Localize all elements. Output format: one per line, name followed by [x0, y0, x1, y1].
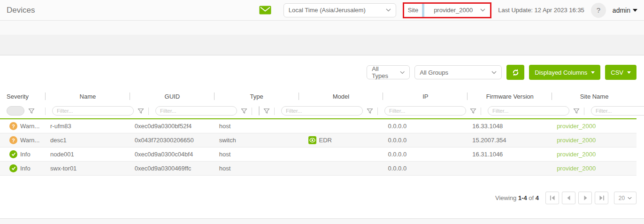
previous-page-icon	[567, 195, 571, 201]
info-check-icon	[9, 164, 17, 172]
info-check-icon	[9, 150, 17, 158]
user-menu[interactable]: admin	[613, 7, 637, 14]
column-header-model[interactable]: Model	[299, 89, 383, 103]
warning-icon: ?	[9, 136, 17, 144]
chevron-down-icon	[633, 9, 637, 12]
caret-down-icon	[627, 71, 631, 74]
funnel-icon[interactable]	[263, 108, 270, 114]
column-header-sitename[interactable]: Site Name	[552, 89, 636, 103]
next-page-icon	[583, 195, 587, 201]
table-row[interactable]: ? Warn... r-ufm83 0xec0d9a0300bf52f4 hos…	[0, 119, 636, 133]
csv-export-button[interactable]: CSV	[605, 65, 636, 80]
next-page-button[interactable]	[578, 192, 592, 204]
type-filter-value: All Types	[372, 65, 395, 79]
chevron-down-icon	[491, 71, 497, 74]
column-header-type[interactable]: Type	[215, 89, 299, 103]
type-filter-disabled	[259, 106, 260, 116]
funnel-icon[interactable]	[138, 108, 144, 114]
firmware-cell: 16.31.1046	[468, 151, 552, 158]
severity-cell: ? Warn...	[0, 122, 46, 130]
name-cell: node001	[46, 151, 130, 158]
site-select[interactable]: provider_2000	[424, 4, 490, 17]
funnel-icon[interactable]	[28, 108, 35, 114]
ip-cell: 0.0.0.0	[383, 165, 468, 172]
displayed-columns-button[interactable]: Displayed Columns	[529, 65, 600, 80]
timezone-select-value: Local Time (Asia/Jerusalem)	[289, 7, 366, 14]
previous-page-button[interactable]	[562, 192, 575, 204]
filter-cell-type	[252, 103, 275, 118]
table-toolbar: All Types All Groups Displayed Columns C…	[0, 65, 636, 80]
viewing-prefix: Viewing	[495, 194, 516, 201]
page-size-value: 20	[619, 195, 625, 201]
filter-cell-sitename	[584, 103, 644, 118]
displayed-columns-label: Displayed Columns	[535, 69, 587, 76]
column-header-severity[interactable]: Severity	[0, 89, 46, 103]
site-select-highlighted[interactable]: Site provider_2000	[403, 2, 492, 18]
ip-filter-input[interactable]	[384, 106, 466, 116]
name-filter-input[interactable]	[52, 106, 134, 116]
sub-header-band	[0, 21, 644, 35]
footer-band	[0, 218, 644, 224]
firmware-cell: 16.33.1048	[468, 123, 552, 130]
severity-filter-disabled	[7, 106, 24, 116]
mail-icon[interactable]	[259, 6, 271, 15]
guid-cell: 0xec0d9a0300c04bf4	[130, 151, 215, 158]
column-header-guid[interactable]: GUID	[130, 89, 215, 103]
column-header-firmware[interactable]: Firmware Version	[468, 89, 552, 103]
help-button[interactable]: ?	[591, 3, 606, 18]
devices-table: Severity Name GUID Type Model IP Firmwar…	[0, 89, 636, 176]
page-size-select[interactable]: 20	[614, 192, 636, 204]
group-filter-select[interactable]: All Groups	[414, 65, 502, 79]
nvidia-logo-icon	[308, 136, 316, 144]
chevron-down-icon	[386, 8, 391, 12]
chevron-down-icon	[400, 71, 405, 74]
guid-filter-input[interactable]	[155, 106, 237, 116]
table-filter-row	[0, 103, 636, 119]
pagination: Viewing 1-4 of 4 20	[495, 192, 636, 204]
column-header-name[interactable]: Name	[46, 89, 130, 103]
site-name-link[interactable]: provider_2000	[552, 165, 636, 172]
severity-text: Info	[20, 151, 31, 158]
site-name-link[interactable]: provider_2000	[552, 151, 636, 158]
funnel-icon[interactable]	[470, 108, 476, 114]
name-cell: swx-tor01	[46, 165, 130, 172]
table-row[interactable]: ? Warn... desc1 0x043f720300206650 switc…	[0, 133, 636, 147]
filter-cell-ip	[378, 103, 481, 118]
site-name-link[interactable]: provider_2000	[552, 123, 636, 130]
page-title: Devices	[7, 6, 35, 15]
group-filter-value: All Groups	[420, 69, 448, 76]
csv-label: CSV	[611, 69, 623, 76]
type-filter-select[interactable]: All Types	[367, 65, 410, 79]
timezone-select[interactable]: Local Time (Asia/Jerusalem)	[284, 3, 396, 17]
first-page-icon	[550, 195, 555, 201]
ip-cell: 0.0.0.0	[383, 123, 468, 130]
last-page-button[interactable]	[595, 192, 608, 204]
type-cell: host	[215, 165, 299, 172]
firmware-filter-input[interactable]	[488, 106, 569, 116]
site-select-value: provider_2000	[434, 7, 473, 14]
funnel-icon[interactable]	[573, 108, 580, 114]
guid-cell: 0x043f720300206650	[130, 137, 215, 144]
severity-text: Info	[20, 165, 31, 172]
column-header-ip[interactable]: IP	[383, 89, 468, 103]
name-cell: desc1	[46, 137, 130, 144]
chevron-down-icon	[628, 197, 632, 200]
sitename-filter-input[interactable]	[591, 106, 644, 116]
viewing-of: of	[529, 194, 534, 201]
severity-cell: ? Warn...	[0, 136, 46, 144]
guid-cell: 0xec0d9a0300bf52f4	[130, 123, 215, 130]
model-filter-input[interactable]	[281, 106, 363, 116]
site-name-link[interactable]: provider_2000	[552, 137, 636, 144]
severity-text: Warn...	[20, 137, 39, 144]
refresh-button[interactable]	[506, 65, 524, 80]
severity-cell: Info	[0, 164, 46, 172]
chevron-down-icon	[480, 8, 485, 12]
guid-cell: 0xec0d9a0300469ffc	[130, 165, 215, 172]
table-row[interactable]: Info node001 0xec0d9a0300c04bf4 host 0.0…	[0, 147, 636, 162]
warning-icon: ?	[9, 122, 17, 130]
table-row[interactable]: Info swx-tor01 0xec0d9a0300469ffc host 0…	[0, 162, 636, 176]
funnel-icon[interactable]	[241, 108, 247, 114]
first-page-button[interactable]	[545, 192, 559, 204]
severity-text: Warn...	[20, 123, 39, 130]
funnel-icon[interactable]	[367, 108, 373, 114]
